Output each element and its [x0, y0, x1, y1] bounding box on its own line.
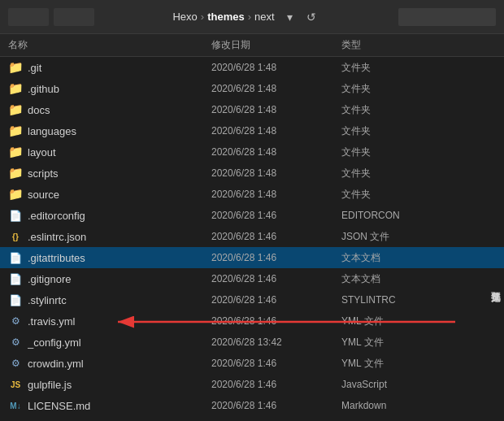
file-name: gulpfile.js [28, 379, 211, 391]
json-icon: {} [8, 229, 23, 244]
table-row[interactable]: {} package.json 2020/6/28 1:46 JSON 文件 [0, 416, 504, 418]
file-type: YML 文件 [341, 357, 496, 371]
file-type: 文本文档 [341, 251, 496, 265]
file-name: .git [28, 62, 211, 74]
refresh-icon[interactable]: ↺ [302, 8, 320, 26]
file-date: 2020/6/28 1:48 [211, 104, 341, 115]
file-date: 2020/6/28 1:48 [211, 62, 341, 73]
folder-icon: 📁 [8, 102, 23, 117]
table-row[interactable]: 📁 source 2020/6/28 1:48 文件夹 [0, 184, 504, 205]
file-date: 2020/6/28 1:46 [211, 315, 341, 327]
file-type: 文件夹 [341, 188, 496, 202]
file-date: 2020/6/28 1:48 [211, 125, 341, 137]
table-row[interactable]: 📁 docs 2020/6/28 1:48 文件夹 [0, 99, 504, 120]
file-date: 2020/6/28 1:46 [211, 252, 341, 263]
file-date: 2020/6/28 13:42 [211, 336, 341, 348]
file-name: scripts [28, 167, 211, 180]
file-date: 2020/6/28 1:46 [211, 294, 341, 306]
file-name: languages [28, 125, 211, 137]
file-name: _config.yml [28, 336, 211, 349]
table-row[interactable]: {} .eslintrc.json 2020/6/28 1:46 JSON 文件 [0, 226, 504, 247]
folder-icon: 📁 [8, 124, 23, 138]
md-icon: M↓ [8, 398, 23, 413]
file-type: 文件夹 [341, 61, 496, 75]
file-date: 2020/6/28 1:46 [211, 210, 341, 221]
file-type: 文件夹 [341, 124, 496, 138]
file-type: YML 文件 [341, 315, 496, 328]
file-date: 2020/6/28 1:46 [211, 358, 341, 369]
breadcrumb-themes[interactable]: themes [207, 11, 245, 23]
dropdown-icon[interactable]: ▾ [281, 8, 299, 26]
table-row[interactable]: 📁 scripts 2020/6/28 1:48 文件夹 [0, 163, 504, 184]
file-name: .travis.yml [28, 315, 211, 328]
file-icon: 📄 [8, 208, 23, 223]
table-row[interactable]: 📁 .github 2020/6/28 1:48 文件夹 [0, 78, 504, 99]
col-header-type: 类型 [341, 38, 496, 52]
table-row[interactable]: ⚙ crowdin.yml 2020/6/28 1:46 YML 文件 [0, 353, 504, 374]
table-row[interactable]: JS gulpfile.js 2020/6/28 1:46 JavaScript [0, 374, 504, 395]
file-name: LICENSE.md [28, 400, 211, 412]
titlebar: Hexo › themes › next ▾ ↺ [0, 0, 504, 34]
file-type: 文本文档 [341, 272, 496, 286]
table-row[interactable]: M↓ LICENSE.md 2020/6/28 1:46 Markdown [0, 395, 504, 416]
js-icon: JS [8, 377, 23, 392]
table-row[interactable]: 📄 .gitattributes 2020/6/28 1:46 文本文档 [0, 247, 504, 268]
folder-icon: 📁 [8, 145, 23, 159]
file-name: .gitignore [28, 273, 211, 285]
file-type: 文件夹 [341, 82, 496, 96]
titlebar-buttons [8, 8, 94, 26]
file-type: 文件夹 [341, 167, 496, 180]
breadcrumb-hexo[interactable]: Hexo [172, 11, 197, 23]
table-row[interactable]: 📄 .stylinrtc 2020/6/28 1:46 STYLINTRC [0, 289, 504, 310]
forward-button[interactable] [54, 8, 94, 26]
file-name: .editorconfig [28, 210, 211, 222]
folder-icon: 📁 [8, 60, 23, 75]
file-name: docs [28, 104, 211, 116]
col-header-date: 修改日期 [211, 38, 341, 52]
table-row[interactable]: 📄 .gitignore 2020/6/28 1:46 文本文档 [0, 268, 504, 289]
file-type: STYLINTRC [341, 294, 496, 306]
file-name: .gitattributes [28, 252, 211, 264]
file-name: .github [28, 83, 211, 95]
breadcrumb-sep-2: › [248, 11, 251, 23]
file-icon: 📄 [8, 250, 23, 265]
file-date: 2020/6/28 1:46 [211, 231, 341, 242]
back-button[interactable] [8, 8, 49, 26]
file-type: 文件夹 [341, 145, 496, 159]
table-row[interactable]: 📄 .editorconfig 2020/6/28 1:46 EDITORCON [0, 205, 504, 226]
table-row[interactable]: 📁 .git 2020/6/28 1:48 文件夹 [0, 57, 504, 78]
file-type: Markdown [341, 400, 496, 411]
file-type: EDITORCON [341, 210, 496, 221]
file-date: 2020/6/28 1:48 [211, 167, 341, 179]
search-box[interactable] [398, 8, 496, 26]
table-row[interactable]: ⚙ _config.yml 2020/6/28 13:42 YML 文件 [0, 332, 504, 353]
file-name: .stylinrtc [28, 294, 211, 306]
file-name: crowdin.yml [28, 358, 211, 370]
file-name: source [28, 189, 211, 201]
file-type: YML 文件 [341, 336, 496, 349]
table-row[interactable]: 📁 languages 2020/6/28 1:48 文件夹 [0, 120, 504, 141]
file-date: 2020/6/28 1:48 [211, 189, 341, 200]
breadcrumb-next[interactable]: next [254, 11, 275, 23]
file-type: JavaScript [341, 379, 496, 390]
file-type: JSON 文件 [341, 230, 496, 244]
col-header-name: 名称 [8, 38, 211, 52]
table-row[interactable]: ⚙ .travis.yml 2020/6/28 1:46 YML 文件 [0, 310, 504, 332]
breadcrumb: Hexo › themes › next ▾ ↺ [101, 8, 392, 26]
file-name: .eslintrc.json [28, 231, 211, 243]
yml-icon: ⚙ [8, 335, 23, 349]
breadcrumb-sep-1: › [201, 11, 204, 23]
yml-icon: ⚙ [8, 314, 23, 328]
file-date: 2020/6/28 1:46 [211, 273, 341, 284]
folder-icon: 📁 [8, 166, 23, 180]
yml-icon: ⚙ [8, 356, 23, 371]
file-date: 2020/6/28 1:46 [211, 400, 341, 411]
folder-icon: 📁 [8, 187, 23, 202]
column-headers: 名称 修改日期 类型 [0, 34, 504, 57]
file-list: 📁 .git 2020/6/28 1:48 文件夹 📁 .github 2020… [0, 57, 504, 418]
file-date: 2020/6/28 1:48 [211, 83, 341, 94]
table-row[interactable]: 📁 layout 2020/6/28 1:48 文件夹 [0, 141, 504, 163]
file-icon: 📄 [8, 271, 23, 286]
file-type: 文件夹 [341, 103, 496, 117]
file-date: 2020/6/28 1:48 [211, 146, 341, 158]
